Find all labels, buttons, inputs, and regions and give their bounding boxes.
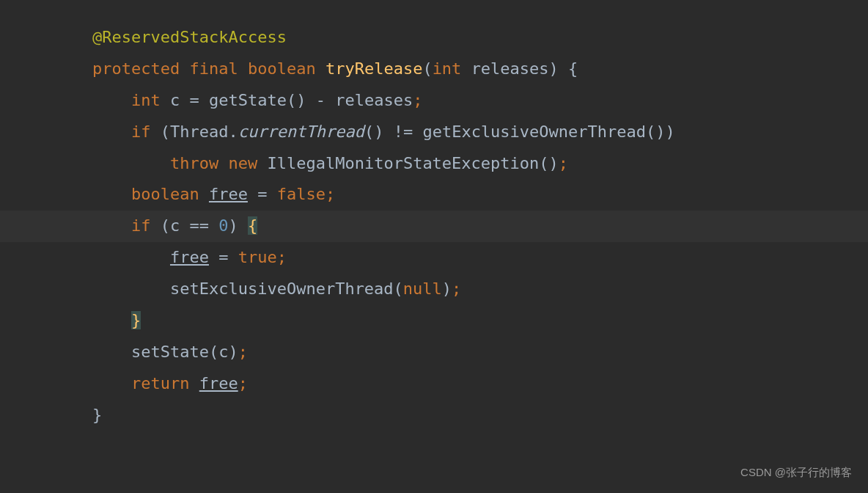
code-line: @ReservedStackAccess <box>0 22 868 54</box>
code-line: throw new IllegalMonitorStateException()… <box>0 148 868 180</box>
keyword-return: return <box>131 374 189 392</box>
keyword-if: if <box>131 123 151 141</box>
method-name: tryRelease <box>326 59 422 78</box>
keyword-protected: protected <box>92 59 180 78</box>
keyword-int: int <box>131 91 161 109</box>
keyword-boolean: boolean <box>131 185 199 203</box>
code-line: } <box>0 305 868 337</box>
code-line: protected final boolean tryRelease(int r… <box>0 54 868 85</box>
keyword-if: if <box>131 216 151 235</box>
watermark: CSDN @张子行的博客 <box>740 461 852 483</box>
keyword-new: new <box>228 154 257 172</box>
param-name: releases <box>471 59 549 78</box>
code-line: return free; <box>0 368 868 400</box>
code-line: int c = getState() - releases; <box>0 85 868 117</box>
annotation: @ReservedStackAccess <box>92 28 287 46</box>
code-line: if (Thread.currentThread() != getExclusi… <box>0 117 868 148</box>
code-line: boolean free = false; <box>0 179 868 211</box>
keyword-throw: throw <box>170 154 218 172</box>
param-type: int <box>433 59 462 78</box>
keyword-boolean: boolean <box>248 59 316 78</box>
code-line: free = true; <box>0 242 868 274</box>
keyword-final: final <box>189 59 238 78</box>
brace-close-match: } <box>131 311 141 329</box>
code-line: } <box>0 400 868 431</box>
code-line-current: if (c == 0) { <box>0 211 868 242</box>
code-line: setState(c); <box>0 337 868 368</box>
code-line: setExclusiveOwnerThread(null); <box>0 274 868 305</box>
code-editor[interactable]: @ReservedStackAccess protected final boo… <box>0 0 868 431</box>
brace-open-match: { <box>248 216 257 235</box>
